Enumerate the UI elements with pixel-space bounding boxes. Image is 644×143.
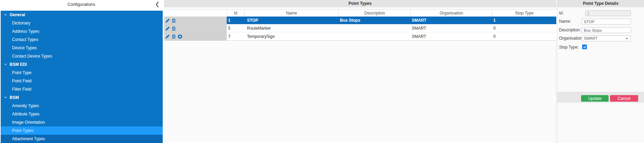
delete-icon[interactable] [171,18,176,23]
sidebar-item-filter-field[interactable]: Filter Field [1,85,163,93]
field-row-organisation: Organisation: SMART [557,35,644,41]
sidebar-item-device-types[interactable]: Device Types [1,44,163,52]
field-row-name: Name: [557,19,644,24]
sidebar-item-label: Dictionary [12,21,30,25]
name-label: Name: [559,19,571,24]
edit-icon[interactable] [165,34,170,39]
edit-icon[interactable] [165,18,170,23]
cell-name: TemporarySign [244,32,339,40]
table-row[interactable]: 7 TemporarySign SMART 0 [164,32,556,40]
edit-icon[interactable] [165,26,170,31]
cell-name: RouteMarker [244,24,339,32]
sidebar-item-label: Attribute Types [12,112,40,116]
sidebar-item-address-types[interactable]: Address Types [1,27,163,35]
sidebar-item-point-field[interactable]: Point Field [1,77,163,85]
chevron-down-icon [4,13,7,17]
sidebar-group-bsm[interactable]: BSM [1,93,163,102]
sidebar-item-label: Point Field [12,79,32,83]
id-field [585,10,631,16]
sidebar-menu: General Dictionary Address Types Contact… [1,11,163,143]
row-actions [164,17,227,24]
collapse-sidebar-icon[interactable]: ❮ [155,0,160,8]
cell-description: Bus Stops [339,17,410,24]
panel-title: Point Types [164,0,556,7]
chevron-down-icon [4,63,7,66]
sidebar-item-dictionary[interactable]: Dictionary [1,19,163,27]
grid-header: Id Name Description Organisation Stop Ty… [164,9,556,17]
point-type-details-panel: Point Type Details Id: Name: Description… [557,0,644,143]
delete-icon[interactable] [171,26,176,31]
cell-id: 5 [227,24,244,32]
sidebar-group-label: General [10,12,25,17]
stop-type-checkbox[interactable] [582,44,587,49]
add-icon[interactable] [178,34,182,39]
sidebar-item-label: Point Types [12,128,33,133]
organisation-select[interactable]: SMART [582,35,631,41]
sidebar-item-label: Filter Field [12,87,31,92]
organisation-selected-value: SMART [584,36,598,40]
id-label: Id: [559,10,564,16]
column-header-id[interactable]: Id [227,10,244,17]
delete-icon[interactable] [171,34,176,39]
sidebar-item-contact-types[interactable]: Contact Types [1,35,163,44]
details-footer: Update Cancel [557,92,644,103]
cell-organisation: SMART [410,17,492,24]
sidebar-header: Configurations ❮ [0,0,163,11]
sidebar-item-label: Amenity Types [12,103,39,108]
sidebar-item-attachment-types[interactable]: Attachment Types [1,135,163,143]
sidebar-item-image-orientation[interactable]: Image Orientation [1,118,163,126]
sidebar-item-amenity-types[interactable]: Amenity Types [1,102,163,110]
configurations-sidebar: Configurations ❮ General Dictionary Addr… [0,0,163,143]
cell-description [339,32,410,40]
details-title: Point Type Details [557,0,644,7]
column-header-description[interactable]: Description [339,10,410,17]
column-header-organisation[interactable]: Organisation [410,10,492,17]
column-header-actions [164,10,227,17]
sidebar-item-label: Contact Types [12,37,39,42]
organisation-label: Organisation: [559,35,583,41]
sidebar-item-contact-device-types[interactable]: Contact Device Types [1,52,163,60]
sidebar-item-label: Device Types [12,45,37,50]
sidebar-item-point-type[interactable]: Point Type [1,69,163,77]
name-field[interactable] [582,19,631,24]
cell-organisation: SMART [410,32,492,40]
chevron-down-icon [4,96,7,99]
cell-stop-type: 0 [492,24,556,32]
sidebar-group-general[interactable]: General [1,11,163,19]
cell-stop-type: 1 [492,17,556,24]
sidebar-group-bsm-edi[interactable]: BSM EDI [1,60,163,69]
sidebar-item-point-types[interactable]: Point Types [1,126,163,135]
column-header-name[interactable]: Name [244,10,339,17]
point-types-panel: Point Types Id Name Description Organisa… [164,0,556,143]
table-row[interactable]: 5 RouteMarker SMART 0 [164,24,556,32]
chevron-down-icon [625,38,628,40]
table-row[interactable]: 1 STOP Bus Stops SMART 1 [164,17,556,24]
row-actions [164,24,227,32]
cell-description [339,24,410,32]
description-field[interactable] [582,27,631,33]
sidebar-item-attribute-types[interactable]: Attribute Types [1,110,163,118]
field-row-id: Id: [557,10,644,16]
description-label: Description: [559,27,581,33]
cell-id: 7 [227,32,244,40]
column-header-stop-type[interactable]: Stop Type [492,10,556,17]
sidebar-title: Configurations [0,0,163,9]
cell-organisation: SMART [410,24,492,32]
field-row-description: Description: [557,27,644,33]
row-actions [164,32,227,40]
cancel-button[interactable]: Cancel [610,95,638,102]
sidebar-item-label: Contact Device Types [12,54,52,59]
sidebar-group-label: BSM EDI [10,62,27,67]
sidebar-group-label: BSM [10,95,19,100]
grid-body: 1 STOP Bus Stops SMART 1 5 RouteMarker S… [164,17,556,41]
check-icon [583,45,587,49]
sidebar-item-label: Image Orientation [12,120,45,125]
update-button[interactable]: Update [581,95,609,102]
sidebar-item-label: Point Type [12,70,31,75]
sidebar-item-label: Address Types [12,29,39,34]
sidebar-item-label: Attachment Types [12,136,45,141]
stop-type-label: Stop Type: [559,44,579,50]
cell-stop-type: 0 [492,32,556,40]
field-row-stop-type: Stop Type: [557,44,644,50]
cell-name: STOP [244,17,339,24]
